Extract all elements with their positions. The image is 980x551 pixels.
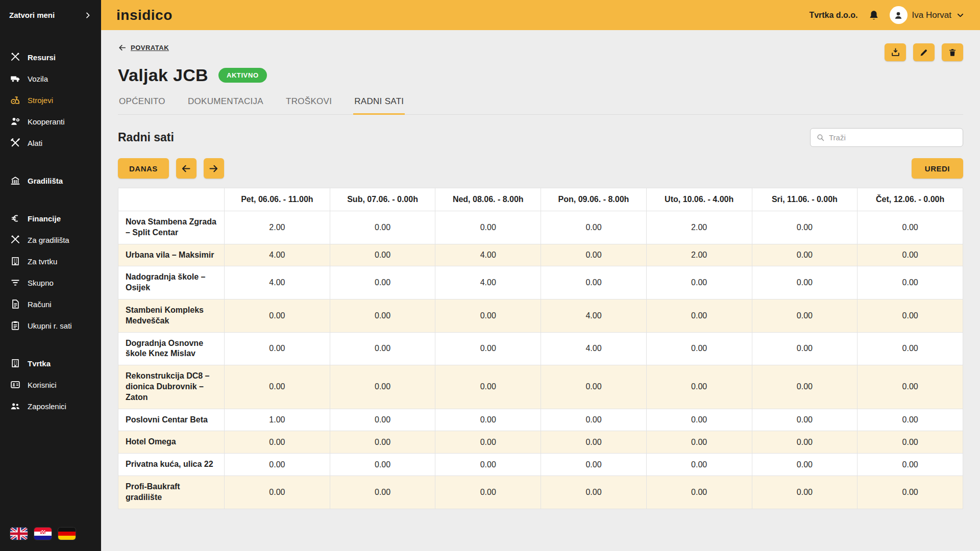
sidebar-item-ukupni-r-sati[interactable]: Ukupni r. sati [0,315,101,336]
section-title: Radni sati [118,131,174,144]
edit-button[interactable] [913,43,935,61]
sidebar-item-skupno[interactable]: Skupno [0,272,101,293]
hours-cell: 0.00 [225,475,330,509]
user-name: Iva Horvat [912,10,951,20]
sidebar-item-kooperanti[interactable]: Kooperanti [0,111,101,132]
cooperants-icon [10,116,21,127]
column-header: Pon, 09.06. - 8.00h [541,188,647,211]
arrow-left-icon [181,163,191,174]
sidebar-item-racuni[interactable]: Računi [0,293,101,315]
hours-cell: 0.00 [752,409,857,431]
person-icon [893,10,903,20]
status-badge: AKTIVNO [218,68,267,83]
hours-cell: 4.00 [225,266,330,299]
table-row: Nova Stambena Zgrada – Split Centar2.000… [118,211,963,244]
next-week-button[interactable] [204,158,224,179]
sidebar-item-strojevi[interactable]: Strojevi [0,89,101,111]
hours-cell: 0.00 [857,332,963,365]
sidebar-gap [0,191,101,208]
construction-site-icon [10,175,21,186]
hours-cell: 0.00 [541,244,647,266]
sidebar-item-label: Financije [28,214,61,223]
table-body: Nova Stambena Zgrada – Split Centar2.000… [118,211,963,509]
sidebar-collapse-button[interactable]: Zatvori meni [0,0,101,30]
hours-cell: 0.00 [752,299,857,332]
hours-cell: 0.00 [752,475,857,509]
column-header: Sri, 11.06. - 0.00h [752,188,857,211]
sidebar-item-za-gradilista[interactable]: Za gradilišta [0,229,101,251]
hours-cell: 0.00 [330,365,435,409]
hours-cell: 0.00 [541,365,647,409]
project-name-cell: Rekonstrukcija DC8 – dionica Dubrovnik –… [118,365,225,409]
hours-cell: 0.00 [646,332,752,365]
table-row: Nadogradnja škole – Osijek4.000.004.000.… [118,266,963,299]
topbar-right: Tvrtka d.o.o. Iva Horvat [809,6,965,24]
hours-cell: 0.00 [752,365,857,409]
sidebar-item-label: Računi [28,300,52,309]
hours-cell: 0.00 [435,475,541,509]
hours-cell: 0.00 [330,244,435,266]
today-button[interactable]: DANAS [118,158,169,179]
language-flag-de[interactable] [58,528,76,540]
sidebar-item-tvrtka[interactable]: Tvrtka [0,353,101,374]
logo[interactable]: insidico [116,7,173,23]
sidebar-item-label: Skupno [28,279,54,287]
hours-cell: 0.00 [752,244,857,266]
hours-cell: 0.00 [330,211,435,244]
column-header: Uto, 10.06. - 4.00h [646,188,752,211]
table-row: Rekonstrukcija DC8 – dionica Dubrovnik –… [118,365,963,409]
sidebar-item-korisnici[interactable]: Korisnici [0,374,101,395]
hours-cell: 0.00 [435,332,541,365]
back-row: POVRATAK [118,43,963,61]
trash-icon [948,48,957,57]
project-name-cell: Hotel Omega [118,431,225,454]
tab-dokumentacija[interactable]: DOKUMENTACIJA [187,96,264,115]
sidebar-item-label: Alati [28,139,42,147]
sidebar-item-label: Tvrtka [28,359,51,368]
hours-cell: 0.00 [541,211,647,244]
chevron-down-icon [956,11,965,19]
hours-cell: 0.00 [752,431,857,454]
delete-button[interactable] [942,43,963,61]
hours-cell: 0.00 [646,409,752,431]
notifications-button[interactable] [868,10,879,21]
sidebar-item-vozila[interactable]: Vozila [0,68,101,89]
sidebar-item-alati[interactable]: Alati [0,132,101,154]
prev-week-button[interactable] [176,158,197,179]
sidebar-item-resursi[interactable]: Resursi [0,46,101,68]
sidebar-item-zaposlenici[interactable]: Zaposlenici [0,395,101,417]
project-name-cell: Privatna kuća, ulica 22 [118,454,225,476]
sidebar-item-label: Za gradilišta [28,236,69,244]
section-head: Radni sati [118,128,963,147]
user-menu[interactable]: Iva Horvat [890,6,965,24]
controls-row: DANAS UREDI [118,158,963,179]
search-input[interactable] [829,133,957,142]
sidebar-item-za-tvrtku[interactable]: Za tvrtku [0,251,101,272]
tab-radni-sati[interactable]: RADNI SATI [353,96,405,115]
language-flag-hr[interactable] [34,528,52,540]
corner-header [118,188,225,211]
project-name-cell: Profi-Baukraft gradilište [118,475,225,509]
building-icon [10,256,21,267]
tab-troskovi[interactable]: TROŠKOVI [285,96,333,115]
hours-cell: 2.00 [646,244,752,266]
bell-icon [868,10,879,21]
download-button[interactable] [885,43,906,61]
tab-opcenito[interactable]: OPĆENITO [118,96,166,115]
sidebar-item-financije[interactable]: Financije [0,208,101,229]
edit-hours-button[interactable]: UREDI [912,158,963,179]
sidebar-item-gradilista[interactable]: Gradilišta [0,170,101,191]
wrench-icon [10,137,21,148]
sidebar-item-label: Korisnici [28,381,57,389]
hours-cell: 0.00 [330,431,435,454]
hours-cell: 0.00 [435,431,541,454]
hours-cell: 0.00 [541,409,647,431]
hours-cell: 0.00 [646,431,752,454]
back-link[interactable]: POVRATAK [118,43,169,52]
language-flag-en[interactable] [10,528,28,540]
hours-cell: 0.00 [225,431,330,454]
chevron-right-icon [84,11,92,19]
sidebar-item-label: Strojevi [28,96,53,105]
column-header: Ned, 08.06. - 8.00h [435,188,541,211]
search-box [810,128,963,147]
